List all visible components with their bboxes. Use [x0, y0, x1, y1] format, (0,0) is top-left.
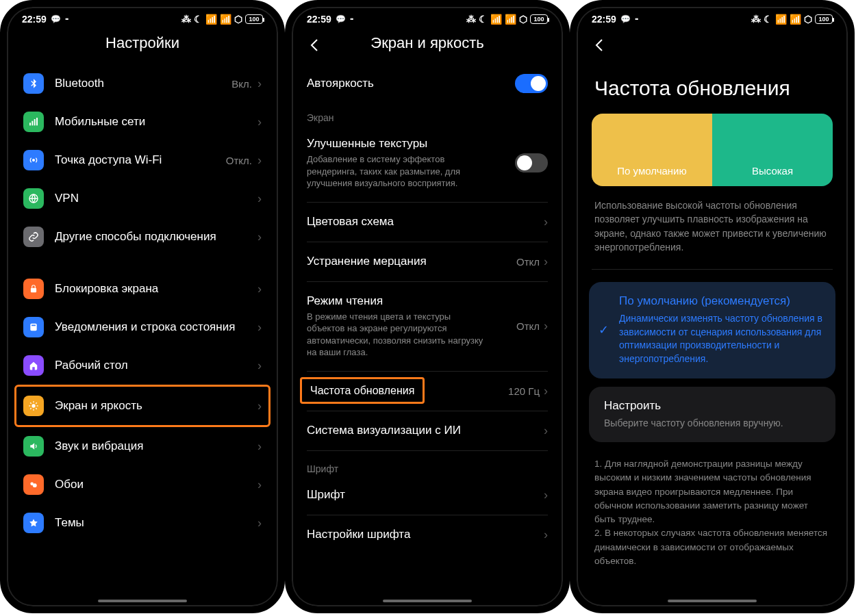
link-icon	[23, 227, 44, 247]
status-time: 22:59	[592, 14, 616, 25]
settings-row-net-4[interactable]: Другие способы подключения›	[16, 218, 268, 256]
seg-default[interactable]: По умолчанию	[592, 114, 712, 186]
chevron-right-icon: ›	[257, 77, 262, 91]
settings-list: BluetoothВкл.›Мобильные сети›Точка досту…	[7, 64, 278, 256]
settings-row-sys-1[interactable]: Уведомления и строка состояния›	[16, 308, 268, 346]
svg-rect-8	[32, 325, 36, 326]
settings-row-sys-4[interactable]: Звук и вибрация›	[16, 427, 268, 465]
display-row-refresh[interactable]: Частота обновления120 Гц›	[292, 374, 563, 408]
settings-row-net-1[interactable]: Мобильные сети›	[16, 103, 268, 141]
settings-row-net-0[interactable]: BluetoothВкл.›	[16, 64, 268, 103]
statusbar: 22:59 💬 ·· ⁂ ☾ 📶 📶 ⬡ 100	[292, 7, 563, 27]
page-title: Частота обновления	[577, 63, 848, 114]
battery-icon: 100	[530, 14, 548, 24]
refresh-info-text: Использование высокой частоты обновления…	[577, 186, 848, 257]
row-label: Уведомления и строка состояния	[55, 320, 257, 334]
back-button[interactable]	[307, 37, 323, 56]
chevron-right-icon: ›	[257, 516, 262, 530]
display-row-r2[interactable]: Устранение мерцанияОткл›	[292, 245, 563, 279]
dnd-icon: ☾	[479, 14, 488, 25]
themes-icon	[23, 513, 44, 533]
option-custom-title: Настроить	[604, 399, 823, 413]
footnotes: 1. Для наглядной демонстрации разницы ме…	[577, 442, 848, 583]
brightness-icon	[23, 396, 44, 416]
signal2-icon: 📶	[790, 14, 801, 25]
row-title: Шрифт	[307, 488, 544, 502]
chevron-right-icon: ›	[544, 319, 548, 333]
bluetooth-icon: ⁂	[181, 14, 191, 25]
row-value: Откл	[516, 256, 540, 268]
status-right: ⁂ ☾ 📶 📶 ⬡ 100	[751, 14, 833, 25]
autobrightness-toggle[interactable]	[515, 74, 548, 93]
wallpaper-icon	[23, 474, 44, 495]
row-label: Точка доступа Wi-Fi	[55, 153, 226, 167]
more-icon: ··	[635, 14, 638, 25]
chevron-right-icon: ›	[257, 439, 262, 454]
row-label: Мобильные сети	[55, 115, 257, 129]
status-time: 22:59	[22, 14, 47, 25]
chevron-right-icon: ›	[544, 424, 548, 438]
chevron-right-icon: ›	[257, 153, 262, 168]
settings-row-sys-3[interactable]: Экран и яркость›	[14, 385, 270, 427]
settings-row-net-2[interactable]: Точка доступа Wi-FiОткл.›	[16, 141, 268, 179]
svg-rect-7	[30, 324, 36, 331]
svg-line-17	[36, 402, 36, 403]
settings-row-sys-6[interactable]: Темы›	[16, 504, 268, 542]
settings-row-sys-5[interactable]: Обои›	[16, 465, 268, 504]
seg-high[interactable]: Высокая	[712, 114, 833, 186]
display-row-r1[interactable]: Цветовая схема›	[292, 205, 563, 239]
display-row-r5[interactable]: Система визуализации с ИИ›	[292, 414, 563, 448]
dnd-icon: ☾	[764, 14, 772, 25]
page-title: Настройки	[19, 34, 266, 52]
chevron-right-icon: ›	[257, 399, 262, 413]
chevron-right-icon: ›	[257, 230, 262, 244]
signal-icon: 📶	[775, 14, 787, 25]
option-custom-desc: Выберите частоту обновления вручную.	[604, 417, 823, 431]
back-button[interactable]	[592, 37, 608, 56]
svg-rect-6	[31, 288, 36, 292]
display-row-r3[interactable]: Режим чтенияВ режиме чтения цвета и текс…	[292, 285, 563, 368]
autobrightness-row[interactable]: Автояркость	[292, 64, 563, 103]
svg-line-14	[30, 402, 31, 403]
chevron-right-icon: ›	[257, 282, 262, 296]
row-toggle[interactable]	[515, 153, 548, 172]
svg-rect-3	[36, 118, 38, 125]
home-indicator[interactable]	[668, 600, 757, 602]
hotspot-icon	[23, 150, 44, 170]
chevron-right-icon: ›	[544, 528, 548, 542]
row-value: Откл	[516, 320, 540, 332]
chevron-right-icon: ›	[544, 488, 548, 502]
chevron-right-icon: ›	[257, 359, 262, 373]
settings-row-net-3[interactable]: VPN›	[16, 179, 268, 218]
settings-row-sys-2[interactable]: Рабочий стол›	[16, 346, 268, 385]
group-screen-label: Экран	[292, 103, 563, 127]
signal-icon: 📶	[205, 14, 217, 25]
page-title: Экран и яркость	[304, 34, 551, 52]
wifi-icon: ⬡	[234, 14, 242, 25]
home-indicator[interactable]	[383, 600, 472, 602]
svg-point-9	[32, 404, 35, 407]
chevron-right-icon: ›	[257, 478, 262, 492]
display-row-f1[interactable]: Настройки шрифта›	[292, 518, 563, 552]
svg-line-15	[36, 408, 36, 409]
signal2-icon: 📶	[505, 14, 516, 25]
status-right: ⁂ ☾ 📶 📶 ⬡ 100	[466, 14, 548, 25]
option-default-desc: Динамически изменять частоту обновления …	[619, 312, 823, 365]
display-row-r0[interactable]: Улучшенные текстурыДобавление в систему …	[292, 127, 563, 199]
option-default-card[interactable]: ✓ По умолчанию (рекомендуется) Динамичес…	[589, 282, 835, 378]
option-custom-card[interactable]: Настроить Выберите частоту обновления вр…	[589, 387, 835, 443]
row-desc: Добавление в систему эффектов рендеринга…	[307, 153, 485, 190]
row-title: Режим чтения	[307, 294, 516, 308]
refresh-rate-segmented: По умолчанию Высокая	[592, 114, 833, 186]
sound-icon	[23, 436, 44, 457]
row-label: Обои	[55, 478, 257, 491]
display-row-f0[interactable]: Шрифт›	[292, 478, 563, 512]
row-desc: В режиме чтения цвета и текстуры объекто…	[307, 311, 485, 359]
signal-icon	[23, 112, 44, 132]
battery-icon: 100	[815, 14, 833, 24]
settings-list-2: Блокировка экрана›Уведомления и строка с…	[7, 270, 278, 542]
row-value: 120 Гц	[508, 385, 540, 397]
settings-row-sys-0[interactable]: Блокировка экрана›	[16, 270, 268, 308]
chevron-right-icon: ›	[544, 255, 548, 269]
home-indicator[interactable]	[98, 600, 187, 602]
